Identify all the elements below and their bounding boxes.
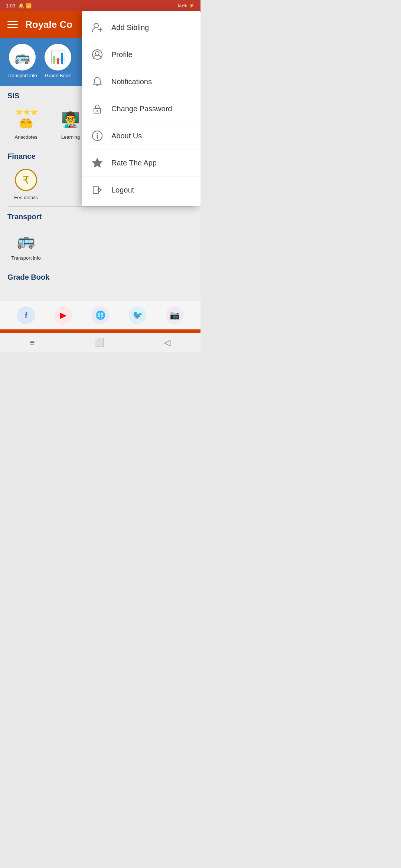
status-bar: 1:03 🔔 📶 55% ⚡	[0, 0, 200, 11]
dropdown-change-password[interactable]: Change Password	[82, 95, 200, 122]
transport-info-label: Transport info	[11, 255, 41, 261]
notifications-icon	[91, 75, 104, 88]
fee-details-item[interactable]: ₹ Fee details	[7, 167, 45, 200]
grade-book-section-title: Grade Book	[7, 273, 193, 282]
transport-info-banner-label: Transport info	[7, 73, 37, 78]
nav-menu-icon[interactable]: ≡	[30, 338, 35, 348]
transport-icon-circle: 🚌	[9, 44, 36, 70]
grade-icon-circle: 📊	[45, 44, 71, 70]
battery-level: 55%	[178, 3, 187, 8]
nav-back-icon[interactable]: ◁	[164, 338, 170, 348]
add-sibling-icon	[91, 21, 104, 34]
hamburger-menu[interactable]	[7, 21, 18, 28]
app-title: Royale Co	[25, 19, 72, 30]
transport-info-item[interactable]: 🚌 Transport info	[7, 227, 45, 261]
dropdown-add-sibling[interactable]: Add Sibling	[82, 14, 200, 41]
transport-section-title: Transport	[7, 213, 193, 221]
profile-label: Profile	[111, 50, 133, 59]
chart-icon: 📊	[50, 50, 66, 65]
fee-details-label: Fee details	[14, 195, 38, 200]
dropdown-rate-app[interactable]: Rate The App	[82, 149, 200, 177]
twitter-icon[interactable]: 🐦	[128, 306, 146, 324]
logout-label: Logout	[111, 186, 134, 194]
grade-book-banner-item[interactable]: 📊 Grade Book	[45, 44, 71, 78]
dropdown-about-us[interactable]: About Us	[82, 122, 200, 149]
dropdown-profile[interactable]: Profile	[82, 41, 200, 68]
grade-book-banner-label: Grade Book	[45, 73, 71, 78]
status-icons: 🔔 📶	[18, 3, 32, 9]
about-us-icon	[91, 129, 104, 142]
svg-marker-10	[93, 158, 102, 167]
social-bar: f ▶ 🌐 🐦 📷	[0, 301, 200, 329]
change-password-label: Change Password	[111, 105, 172, 113]
logout-icon	[91, 183, 104, 197]
website-icon[interactable]: 🌐	[91, 306, 109, 324]
anecdotes-item[interactable]: ⭐⭐⭐ 🤲 Anecdotes	[7, 106, 45, 140]
fee-icon: ₹	[13, 167, 39, 193]
learning-label: Learning	[61, 134, 80, 140]
transport-grid-row: 🚌 Transport info	[7, 227, 193, 261]
nav-home-icon[interactable]: ⬜	[94, 338, 104, 348]
bus-icon: 🚌	[14, 50, 30, 65]
anecdotes-icon: ⭐⭐⭐ 🤲	[13, 106, 39, 133]
battery-icon: ⚡	[189, 3, 195, 8]
dropdown-menu: Add Sibling Profile Notifications	[82, 11, 200, 206]
transport-section: Transport 🚌 Transport info	[7, 213, 193, 261]
orange-accent-bar	[0, 329, 200, 333]
svg-point-6	[97, 110, 98, 112]
svg-point-0	[94, 23, 98, 28]
notifications-label: Notifications	[111, 78, 152, 86]
facebook-icon[interactable]: f	[17, 306, 35, 324]
about-us-label: About Us	[111, 132, 142, 140]
status-time: 1:03	[6, 3, 15, 9]
learning-icon: 👨‍🏫	[57, 106, 84, 133]
add-sibling-label: Add Sibling	[111, 23, 149, 32]
dropdown-notifications[interactable]: Notifications	[82, 68, 200, 95]
transport-info-icon: 🚌	[13, 227, 39, 254]
instagram-icon[interactable]: 📷	[166, 306, 183, 324]
change-password-icon	[91, 102, 104, 115]
finance-divider	[7, 206, 193, 207]
youtube-icon[interactable]: ▶	[54, 306, 72, 324]
dropdown-logout[interactable]: Logout	[82, 177, 200, 203]
grade-book-section: Grade Book	[7, 273, 193, 295]
bottom-nav-bar: ≡ ⬜ ◁	[0, 333, 200, 352]
svg-point-4	[95, 52, 99, 55]
transport-divider	[7, 267, 193, 267]
anecdotes-label: Anecdotes	[14, 134, 37, 140]
transport-info-banner-item[interactable]: 🚌 Transport info	[7, 44, 37, 78]
svg-point-9	[97, 133, 98, 134]
rate-app-label: Rate The App	[111, 159, 157, 167]
profile-icon	[91, 48, 104, 61]
rate-app-icon	[91, 156, 104, 170]
